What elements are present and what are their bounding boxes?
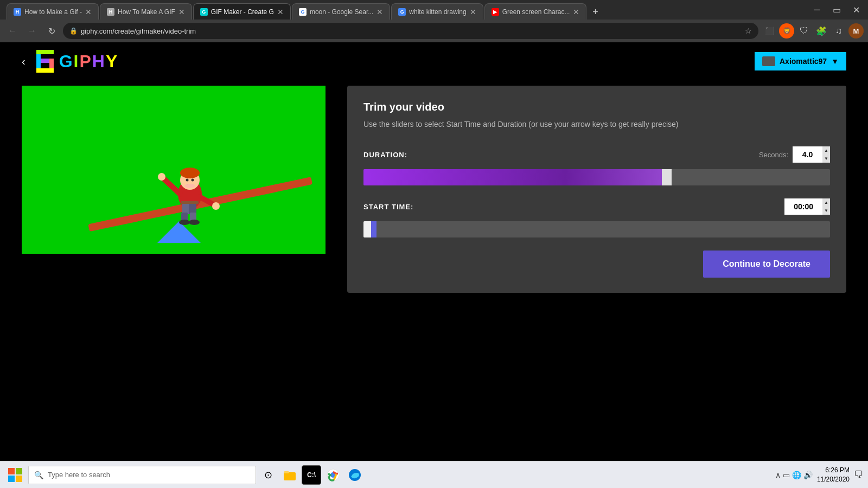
tab3-close-btn[interactable]: ✕ bbox=[277, 8, 284, 16]
panel-description: Use the sliders to select Start Time and… bbox=[363, 119, 830, 130]
start-time-slider-handle[interactable] bbox=[371, 221, 376, 237]
user-menu-container: Axiomattic97 ▼ bbox=[755, 52, 846, 70]
extensions-icon[interactable]: ⬛ bbox=[762, 23, 777, 38]
volume-icon[interactable]: 🔊 bbox=[803, 471, 813, 479]
terminal-icon[interactable]: C:\ bbox=[302, 465, 321, 485]
tab-moon-search[interactable]: G moon - Google Sear... ✕ bbox=[292, 3, 390, 20]
puzzle-icon[interactable]: 🧩 bbox=[814, 23, 829, 38]
minimize-button[interactable]: ─ bbox=[809, 2, 825, 17]
duration-slider-handle[interactable] bbox=[662, 169, 672, 185]
notification-button[interactable]: 🗨 bbox=[854, 469, 864, 480]
tab-white-kitten[interactable]: G white kitten drawing ✕ bbox=[391, 3, 483, 20]
start-button[interactable] bbox=[4, 464, 26, 486]
vpn-icon[interactable]: 🛡 bbox=[796, 23, 812, 38]
music-icon[interactable]: ♫ bbox=[831, 23, 846, 38]
chrome-logo-icon bbox=[327, 468, 340, 481]
tab3-favicon-icon: G bbox=[202, 9, 206, 15]
taskbar: 🔍 Type here to search ⊙ C:\ ∧ ▭ bbox=[0, 461, 868, 488]
giphy-text: GIPHY bbox=[59, 52, 119, 72]
start-time-fill bbox=[363, 221, 371, 237]
maximize-button[interactable]: ▭ bbox=[829, 2, 844, 17]
address-bar-row: ← → ↻ 🔒 giphy.com/create/gifmaker/video-… bbox=[0, 20, 868, 42]
giphy-logo-icon bbox=[36, 50, 54, 73]
toolbar-actions: ⬛ 🦁 🛡 🧩 ♫ M bbox=[762, 23, 864, 38]
forward-nav-button[interactable]: → bbox=[24, 23, 40, 39]
start-time-decrement-button[interactable]: ▼ bbox=[822, 207, 830, 215]
tab2-close-btn[interactable]: ✕ bbox=[178, 8, 185, 16]
task-view-button[interactable]: ⊙ bbox=[258, 465, 278, 485]
tab5-favicon-icon: G bbox=[400, 9, 404, 15]
svg-rect-25 bbox=[8, 468, 15, 474]
close-button[interactable]: ✕ bbox=[848, 2, 864, 17]
start-time-increment-button[interactable]: ▲ bbox=[822, 198, 830, 207]
tab6-title: Green screen Charac... bbox=[502, 8, 570, 16]
back-button[interactable]: ‹ bbox=[22, 55, 25, 68]
tab4-close-btn[interactable]: ✕ bbox=[376, 8, 383, 16]
profile-avatar[interactable]: M bbox=[848, 23, 864, 38]
dropdown-chevron-icon: ▼ bbox=[831, 57, 839, 66]
show-hidden-icons[interactable]: ∧ bbox=[775, 471, 781, 479]
taskbar-search-icon: 🔍 bbox=[34, 471, 43, 479]
giphy-header: ‹ GIPHY Axiomattic97 ▼ bbox=[0, 42, 868, 80]
back-nav-button[interactable]: ← bbox=[4, 23, 21, 39]
character-animation bbox=[22, 86, 326, 254]
tab5-close-btn[interactable]: ✕ bbox=[470, 8, 476, 16]
tab-green-screen[interactable]: ▶ Green screen Charac... ✕ bbox=[484, 3, 587, 20]
system-tray-icons: ∧ ▭ 🌐 🔊 bbox=[775, 471, 813, 479]
seconds-label: Seconds: bbox=[759, 151, 788, 159]
svg-rect-27 bbox=[8, 476, 15, 482]
duration-slider-track[interactable] bbox=[363, 169, 830, 185]
svg-point-19 bbox=[184, 184, 195, 188]
duration-decrement-button[interactable]: ▼ bbox=[822, 155, 830, 163]
chrome-icon[interactable] bbox=[323, 465, 343, 485]
refresh-button[interactable]: ↻ bbox=[43, 23, 60, 39]
svg-rect-9 bbox=[182, 202, 190, 214]
duration-label-row: DURATION: Seconds: ▲ ▼ bbox=[363, 146, 830, 163]
svg-rect-28 bbox=[16, 476, 22, 482]
tab2-title: How To Make A GIF bbox=[118, 8, 175, 16]
tab5-title: white kitten drawing bbox=[409, 8, 466, 16]
svg-point-22 bbox=[158, 173, 165, 181]
start-time-value-input[interactable] bbox=[784, 198, 822, 215]
svg-point-13 bbox=[179, 220, 190, 225]
duration-control: DURATION: Seconds: ▲ ▼ bbox=[363, 146, 830, 185]
tab-how-to-make-gif[interactable]: H How to Make a Gif - ✕ bbox=[7, 3, 99, 20]
start-time-control: START TIME: ▲ ▼ bbox=[363, 198, 830, 237]
edge-icon[interactable] bbox=[345, 465, 365, 485]
continue-to-decorate-button[interactable]: Continue to Decorate bbox=[703, 251, 830, 278]
tab6-close-btn[interactable]: ✕ bbox=[573, 8, 579, 16]
bookmark-icon[interactable]: ☆ bbox=[745, 27, 752, 35]
duration-increment-button[interactable]: ▲ bbox=[822, 146, 830, 155]
continue-button-row: Continue to Decorate bbox=[363, 251, 830, 278]
tablet-mode-icon[interactable]: ▭ bbox=[783, 471, 790, 479]
folder-icon bbox=[283, 468, 296, 481]
user-menu-button[interactable]: Axiomattic97 ▼ bbox=[755, 52, 846, 70]
title-bar: H How to Make a Gif - ✕ H How To Make A … bbox=[0, 0, 868, 20]
duration-spinner[interactable]: ▲ ▼ bbox=[793, 146, 830, 163]
address-text: giphy.com/create/gifmaker/video-trim bbox=[81, 27, 742, 35]
svg-rect-30 bbox=[284, 471, 289, 473]
tab-how-to-make-gif2[interactable]: H How To Make A GIF ✕ bbox=[100, 3, 192, 20]
duration-value-input[interactable] bbox=[793, 146, 822, 163]
tab4-favicon-icon: G bbox=[301, 9, 304, 15]
lock-icon: 🔒 bbox=[69, 27, 78, 35]
start-time-spinner[interactable]: ▲ ▼ bbox=[784, 198, 830, 215]
clock-time: 6:26 PM bbox=[817, 466, 850, 475]
start-time-label-row: START TIME: ▲ ▼ bbox=[363, 198, 830, 215]
new-tab-button[interactable]: + bbox=[588, 4, 603, 20]
taskbar-search-bar[interactable]: 🔍 Type here to search bbox=[28, 466, 256, 484]
username-label: Axiomattic97 bbox=[780, 57, 827, 66]
tab-title: How to Make a Gif - bbox=[24, 8, 82, 16]
address-bar[interactable]: 🔒 giphy.com/create/gifmaker/video-trim ☆ bbox=[63, 23, 758, 39]
network-icon[interactable]: 🌐 bbox=[792, 471, 801, 479]
tab4-title: moon - Google Sear... bbox=[310, 8, 373, 16]
tab-gif-maker[interactable]: G GIF Maker - Create G ✕ bbox=[193, 3, 291, 20]
taskbar-search-placeholder: Type here to search bbox=[48, 471, 110, 479]
brave-shield-icon[interactable]: 🦁 bbox=[779, 23, 794, 38]
tab-close-btn[interactable]: ✕ bbox=[85, 8, 92, 16]
file-explorer-icon[interactable] bbox=[280, 465, 299, 485]
svg-rect-10 bbox=[189, 202, 196, 214]
duration-spinner-arrows: ▲ ▼ bbox=[822, 146, 830, 163]
start-time-slider-track[interactable] bbox=[363, 221, 830, 237]
system-clock[interactable]: 6:26 PM 11/20/2020 bbox=[817, 466, 850, 484]
